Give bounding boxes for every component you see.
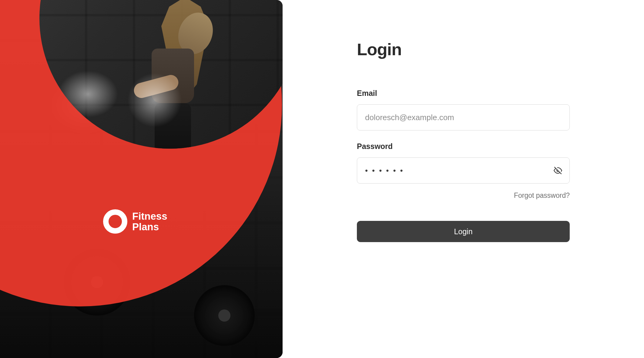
hero-panel: Fitness Plans [0, 0, 283, 358]
brand-logo: Fitness Plans [103, 209, 167, 234]
ring-icon [103, 209, 127, 234]
athlete-figure [124, 0, 215, 149]
chalk-dust-decoration [127, 73, 182, 127]
email-input[interactable] [357, 104, 570, 130]
eye-off-icon [554, 166, 562, 175]
login-panel: Login Email Password Forgot password? Lo… [283, 0, 644, 358]
email-field-wrap [357, 104, 570, 130]
toggle-password-visibility-button[interactable] [553, 166, 562, 175]
password-label: Password [357, 142, 570, 151]
password-input[interactable] [357, 157, 570, 184]
barbell-plate-decoration [194, 285, 255, 346]
password-field-wrap [357, 157, 570, 184]
login-button[interactable]: Login [357, 221, 570, 242]
brand-name: Fitness Plans [132, 211, 167, 232]
email-label: Email [357, 89, 570, 98]
forgot-password-row: Forgot password? [357, 191, 570, 200]
forgot-password-link[interactable]: Forgot password? [514, 191, 570, 200]
brand-line-1: Fitness [132, 211, 167, 221]
brand-line-2: Plans [132, 221, 167, 232]
page-title: Login [357, 39, 570, 59]
